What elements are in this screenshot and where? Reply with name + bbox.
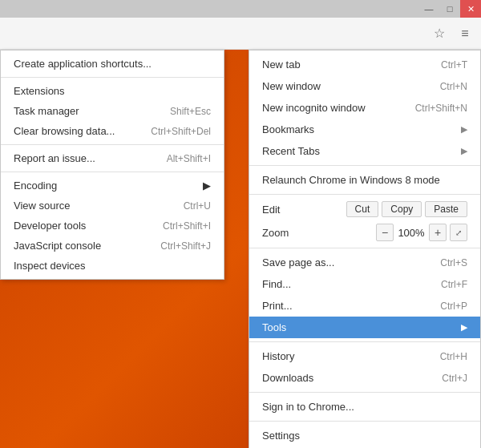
tools-submenu: Create application shortcuts... Extensio… [0, 50, 224, 280]
menu-shortcut-history: Ctrl+H [440, 351, 467, 362]
menu-item-relaunch[interactable]: Relaunch Chrome in Windows 8 mode [249, 169, 480, 191]
paste-button[interactable]: Paste [425, 201, 467, 217]
menu-divider-6 [249, 421, 480, 422]
submenu-item-developer-tools[interactable]: Developer tools Ctrl+Shift+I [1, 216, 224, 236]
menu-item-settings[interactable]: Settings [249, 425, 480, 446]
menu-shortcut-save-page: Ctrl+S [440, 257, 467, 268]
window-controls: — □ ✕ [418, 0, 481, 18]
menu-divider-1 [249, 165, 480, 166]
menu-label-find: Find... [262, 278, 291, 290]
submenu-item-extensions[interactable]: Extensions [1, 81, 224, 101]
submenu-label-js-console: JavaScript console [14, 240, 101, 252]
menu-label-tools: Tools [262, 321, 286, 333]
submenu-item-js-console[interactable]: JavaScript console Ctrl+Shift+J [1, 236, 224, 256]
menu-label-new-window: New window [262, 80, 321, 92]
submenu-label-encoding: Encoding [14, 180, 57, 192]
submenu-divider-3 [1, 172, 224, 172]
menu-item-history[interactable]: History Ctrl+H [249, 345, 480, 367]
submenu-label-inspect-devices: Inspect devices [14, 260, 86, 272]
submenu-divider-1 [1, 77, 224, 78]
submenu-item-task-manager[interactable]: Task manager Shift+Esc [1, 101, 224, 121]
zoom-value-display: 100% [397, 227, 426, 239]
menu-item-print[interactable]: Print... Ctrl+P [249, 295, 480, 317]
edit-row: Edit Cut Copy Paste [249, 198, 480, 220]
menu-item-incognito[interactable]: New incognito window Ctrl+Shift+N [249, 97, 480, 119]
menu-divider-4 [249, 341, 480, 342]
submenu-item-clear-browsing[interactable]: Clear browsing data... Ctrl+Shift+Del [1, 121, 224, 141]
menu-label-settings: Settings [262, 430, 300, 442]
menu-divider-2 [249, 194, 480, 195]
menu-item-tools[interactable]: Tools ▶ [249, 317, 480, 338]
menu-item-recent-tabs[interactable]: Recent Tabs ▶ [249, 140, 480, 162]
submenu-item-create-shortcuts[interactable]: Create application shortcuts... [1, 54, 224, 74]
submenu-item-view-source[interactable]: View source Ctrl+U [1, 196, 224, 216]
submenu-shortcut-developer-tools: Ctrl+Shift+I [163, 220, 211, 232]
copy-button[interactable]: Copy [382, 201, 422, 217]
minimize-button[interactable]: — [418, 0, 439, 18]
submenu-shortcut-task-manager: Shift+Esc [170, 106, 211, 117]
menu-label-bookmarks: Bookmarks [262, 123, 314, 135]
menu-shortcut-new-window: Ctrl+N [440, 81, 467, 92]
menu-label-save-page: Save page as... [262, 256, 334, 268]
submenu-label-report-issue: Report an issue... [14, 152, 95, 164]
menu-shortcut-print: Ctrl+P [440, 301, 467, 312]
maximize-button[interactable]: □ [439, 0, 460, 18]
menu-label-signin: Sign in to Chrome... [262, 401, 354, 413]
zoom-plus-button[interactable]: + [429, 224, 447, 241]
menu-item-find[interactable]: Find... Ctrl+F [249, 273, 480, 295]
menu-divider-5 [249, 392, 480, 393]
menu-label-print: Print... [262, 300, 293, 312]
submenu-shortcut-js-console: Ctrl+Shift+J [160, 240, 211, 252]
bookmark-icon[interactable]: ☆ [428, 22, 451, 45]
zoom-row: Zoom − 100% + ⤢ [249, 220, 480, 244]
menu-item-new-tab[interactable]: New tab Ctrl+T [249, 54, 480, 75]
zoom-minus-button[interactable]: − [376, 224, 394, 241]
menu-label-relaunch: Relaunch Chrome in Windows 8 mode [262, 174, 440, 186]
title-bar: — □ ✕ [0, 0, 481, 18]
menu-shortcut-find: Ctrl+F [441, 279, 467, 290]
zoom-controls-group: − 100% + ⤢ [376, 224, 467, 241]
submenu-item-inspect-devices[interactable]: Inspect devices [1, 256, 224, 276]
submenu-label-task-manager: Task manager [14, 105, 79, 117]
bookmarks-arrow-icon: ▶ [461, 124, 467, 135]
main-menu: New tab Ctrl+T New window Ctrl+N New inc… [249, 50, 481, 448]
menu-shortcut-incognito: Ctrl+Shift+N [415, 103, 467, 114]
zoom-label: Zoom [262, 227, 289, 239]
encoding-arrow-icon: ▶ [203, 180, 211, 192]
menu-item-save-page[interactable]: Save page as... Ctrl+S [249, 252, 480, 273]
submenu-shortcut-report-issue: Alt+Shift+I [167, 153, 211, 164]
submenu-divider-2 [1, 144, 224, 145]
menu-shortcut-downloads: Ctrl+J [442, 373, 467, 384]
menu-shortcut-new-tab: Ctrl+T [441, 59, 467, 71]
menu-item-downloads[interactable]: Downloads Ctrl+J [249, 367, 480, 389]
menu-label-history: History [262, 350, 294, 362]
submenu-shortcut-view-source: Ctrl+U [184, 200, 211, 212]
menu-label-recent-tabs: Recent Tabs [262, 145, 320, 157]
menu-icon[interactable]: ≡ [454, 22, 476, 45]
submenu-label-clear-browsing: Clear browsing data... [14, 125, 115, 137]
browser-toolbar: ☆ ≡ [0, 18, 481, 50]
edit-buttons-group: Cut Copy Paste [346, 201, 467, 217]
menu-label-downloads: Downloads [262, 372, 313, 384]
menu-item-bookmarks[interactable]: Bookmarks ▶ [249, 119, 480, 140]
menu-item-signin[interactable]: Sign in to Chrome... [249, 396, 480, 418]
submenu-item-report-issue[interactable]: Report an issue... Alt+Shift+I [1, 148, 224, 168]
recent-tabs-arrow-icon: ▶ [461, 146, 467, 156]
submenu-label-create-shortcuts: Create application shortcuts... [14, 58, 152, 70]
cut-button[interactable]: Cut [346, 201, 379, 217]
submenu-shortcut-clear-browsing: Ctrl+Shift+Del [151, 126, 211, 137]
menu-label-incognito: New incognito window [262, 102, 366, 114]
menu-label-new-tab: New tab [262, 59, 301, 71]
submenu-label-view-source: View source [14, 200, 71, 212]
submenu-label-developer-tools: Developer tools [14, 220, 86, 232]
menu-item-new-window[interactable]: New window Ctrl+N [249, 75, 480, 97]
fullscreen-button[interactable]: ⤢ [450, 224, 467, 241]
tools-arrow-icon: ▶ [461, 322, 467, 333]
submenu-label-extensions: Extensions [14, 85, 65, 97]
close-button[interactable]: ✕ [460, 0, 481, 18]
submenu-item-encoding[interactable]: Encoding ▶ [1, 176, 224, 196]
edit-label: Edit [262, 204, 280, 216]
menu-divider-3 [249, 248, 480, 248]
